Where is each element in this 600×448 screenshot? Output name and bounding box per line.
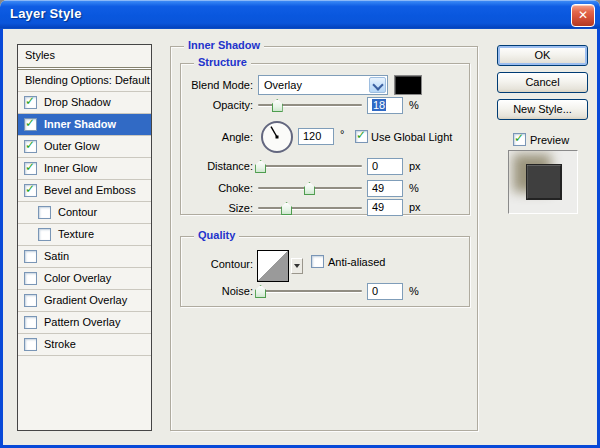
check-icon: ✓ <box>356 129 366 142</box>
choke-label: Choke: <box>150 182 253 194</box>
color-overlay-checkbox[interactable]: ✓ <box>24 272 37 285</box>
opacity-slider[interactable] <box>258 99 362 112</box>
opacity-unit: % <box>409 99 419 111</box>
preview-checkbox[interactable]: ✓ <box>513 133 526 146</box>
close-button[interactable]: ✕ <box>571 4 595 27</box>
sidebar-item-blending-options[interactable]: Blending Options: Default <box>18 70 151 92</box>
distance-input[interactable]: 0 <box>367 158 403 175</box>
new-style-button[interactable]: New Style... <box>497 99 588 120</box>
outer-glow-checkbox[interactable]: ✓ <box>24 140 37 153</box>
preview-label: Preview <box>530 134 569 146</box>
sidebar-item-contour[interactable]: ✓ Contour <box>18 202 151 224</box>
angle-unit: ° <box>340 128 344 140</box>
size-label: Size: <box>150 202 253 214</box>
layer-style-dialog: Layer Style ✕ Styles Blending Options: D… <box>0 0 600 448</box>
sidebar-item-gradient-overlay[interactable]: ✓ Gradient Overlay <box>18 290 151 312</box>
preview-thumbnail <box>508 150 578 214</box>
choke-unit: % <box>409 182 419 194</box>
cancel-button[interactable]: Cancel <box>497 72 588 93</box>
noise-label: Noise: <box>150 285 253 297</box>
sidebar-item-drop-shadow[interactable]: ✓ Drop Shadow <box>18 92 151 114</box>
sidebar-item-inner-shadow[interactable]: ✓ Inner Shadow <box>18 114 151 136</box>
angle-label: Angle: <box>150 131 253 143</box>
title-bar[interactable]: Layer Style ✕ <box>0 0 600 29</box>
sidebar-item-texture[interactable]: ✓ Texture <box>18 224 151 246</box>
check-icon: ✓ <box>25 183 35 196</box>
angle-dial[interactable] <box>260 120 294 154</box>
check-icon: ✓ <box>25 117 35 130</box>
texture-checkbox[interactable]: ✓ <box>38 228 51 241</box>
styles-list-header[interactable]: Styles <box>18 45 151 67</box>
contour-dropdown-button[interactable] <box>291 258 303 274</box>
blend-mode-label: Blend Mode: <box>150 79 253 91</box>
anti-aliased-checkbox[interactable]: ✓ <box>311 255 324 268</box>
sidebar-item-inner-glow[interactable]: ✓ Inner Glow <box>18 158 151 180</box>
contour-picker[interactable] <box>257 250 289 282</box>
choke-slider[interactable] <box>258 182 362 195</box>
blend-mode-select[interactable]: Overlay <box>258 75 388 95</box>
use-global-light-checkbox[interactable]: ✓ <box>355 130 368 143</box>
sidebar-item-satin[interactable]: ✓ Satin <box>18 246 151 268</box>
anti-aliased-label: Anti-aliased <box>328 256 385 268</box>
choke-input[interactable]: 49 <box>367 180 403 197</box>
inner-shadow-checkbox[interactable]: ✓ <box>24 118 37 131</box>
noise-slider[interactable] <box>258 285 362 298</box>
check-icon: ✓ <box>25 139 35 152</box>
size-input[interactable]: 49 <box>367 199 403 216</box>
close-icon: ✕ <box>578 8 588 22</box>
opacity-input[interactable]: 18 <box>367 97 403 114</box>
quality-heading: Quality <box>194 229 239 241</box>
stroke-checkbox[interactable]: ✓ <box>24 338 37 351</box>
pattern-overlay-checkbox[interactable]: ✓ <box>24 316 37 329</box>
contour-label: Contour: <box>150 258 253 270</box>
blend-mode-value: Overlay <box>264 79 302 91</box>
satin-checkbox[interactable]: ✓ <box>24 250 37 263</box>
noise-input[interactable]: 0 <box>367 283 403 300</box>
panel-heading: Inner Shadow <box>184 39 264 51</box>
drop-shadow-checkbox[interactable]: ✓ <box>24 96 37 109</box>
distance-unit: px <box>409 160 421 172</box>
size-slider-thumb[interactable] <box>281 202 292 215</box>
styles-list: Styles Blending Options: Default ✓ Drop … <box>17 44 152 431</box>
distance-label: Distance: <box>150 160 253 172</box>
check-icon: ✓ <box>514 132 524 145</box>
window-frame-left <box>0 29 3 448</box>
sidebar-item-outer-glow[interactable]: ✓ Outer Glow <box>18 136 151 158</box>
shadow-color-swatch[interactable] <box>394 75 422 95</box>
noise-unit: % <box>409 285 419 297</box>
styles-header-label: Styles <box>25 49 55 61</box>
check-icon: ✓ <box>25 161 35 174</box>
structure-heading: Structure <box>194 56 251 68</box>
sidebar-item-bevel-and-emboss[interactable]: ✓ Bevel and Emboss <box>18 180 151 202</box>
preview-layer-square <box>526 164 562 200</box>
window-title: Layer Style <box>10 6 82 21</box>
check-icon: ✓ <box>25 95 35 108</box>
opacity-label: Opacity: <box>150 99 253 111</box>
ok-button[interactable]: OK <box>497 45 588 66</box>
choke-slider-thumb[interactable] <box>304 182 315 195</box>
opacity-slider-thumb[interactable] <box>272 99 283 112</box>
angle-input[interactable]: 120 <box>298 128 334 145</box>
distance-slider[interactable] <box>258 160 362 173</box>
blend-mode-dropdown-button[interactable] <box>369 77 386 93</box>
gradient-overlay-checkbox[interactable]: ✓ <box>24 294 37 307</box>
sidebar-item-stroke[interactable]: ✓ Stroke <box>18 334 151 356</box>
size-unit: px <box>409 201 421 213</box>
size-slider[interactable] <box>258 202 362 215</box>
inner-glow-checkbox[interactable]: ✓ <box>24 162 37 175</box>
sidebar-item-pattern-overlay[interactable]: ✓ Pattern Overlay <box>18 312 151 334</box>
contour-checkbox[interactable]: ✓ <box>38 206 51 219</box>
dropdown-arrow-icon <box>294 264 300 268</box>
chevron-down-icon <box>372 79 383 90</box>
use-global-light-label: Use Global Light <box>371 131 452 143</box>
sidebar-item-color-overlay[interactable]: ✓ Color Overlay <box>18 268 151 290</box>
bevel-emboss-checkbox[interactable]: ✓ <box>24 184 37 197</box>
